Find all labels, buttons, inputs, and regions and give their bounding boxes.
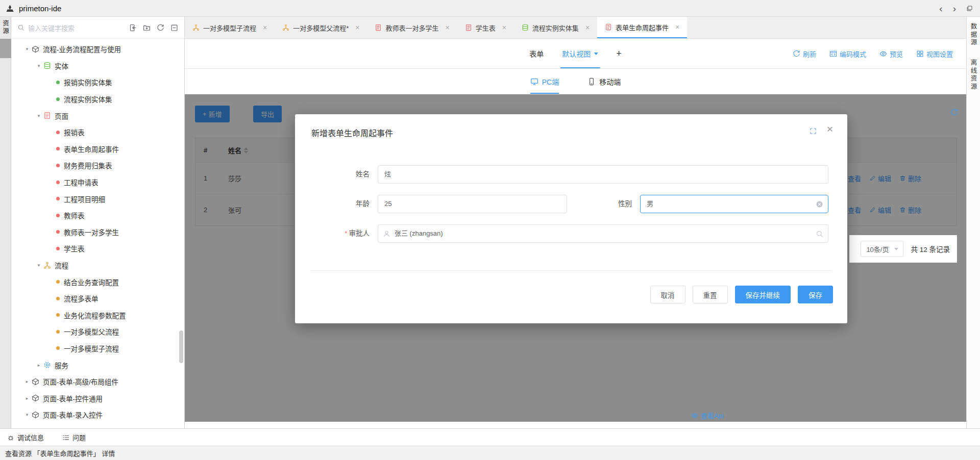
editor-tab-icon (605, 23, 612, 31)
tree-item[interactable]: ▾ 流程 (11, 257, 184, 274)
tree-item[interactable]: 报销表 (11, 124, 184, 141)
editor-tab-icon (465, 24, 472, 31)
name-field[interactable]: 炫 (378, 165, 828, 184)
tree-item[interactable]: 教师表一对多学生 (11, 224, 184, 241)
tree-item[interactable]: 财务费用归集表 (11, 157, 184, 174)
editor-tab[interactable]: 一对多模型子流程 × (185, 17, 275, 38)
tree-item[interactable]: 流程多表单 (11, 290, 184, 307)
tree-expand-arrow-icon[interactable]: ▸ (23, 396, 31, 401)
form-preview-canvas: + 新增 导出 # 姓名 (185, 94, 966, 428)
tree-item[interactable]: 一对多模型父流程 (11, 323, 184, 340)
tree-toolbar-icon[interactable] (157, 24, 164, 32)
tree-item-dot-icon (56, 181, 60, 184)
header-action-label: 刷新 (803, 49, 816, 59)
device-tabs: PC端 移动端 (185, 69, 966, 94)
tree-item[interactable]: ▸ 页面-表单-控件通用 (11, 390, 184, 406)
header-action-icon (793, 50, 800, 58)
tab-close-icon[interactable]: × (502, 23, 506, 32)
tree-item[interactable]: 报销实例实体集 (11, 74, 184, 91)
tree-item[interactable]: ▾ 页面 (11, 107, 184, 124)
tree-expand-arrow-icon[interactable]: ▾ (35, 113, 42, 118)
tree-expand-arrow-icon[interactable]: ▸ (35, 363, 42, 368)
search-icon[interactable] (816, 230, 823, 238)
tree-item[interactable]: 流程实例实体集 (11, 91, 184, 108)
tree-item[interactable]: ▸ 页面-表单-高级/布局组件 (11, 373, 184, 390)
tree-toolbar-icon[interactable] (143, 24, 151, 32)
chevron-down-icon[interactable] (594, 53, 598, 55)
editor-tab[interactable]: 流程实例实体集 × (514, 17, 597, 38)
editor-tab[interactable]: 表单生命周起事件 × (597, 17, 687, 38)
window-restore-icon[interactable] (966, 5, 973, 12)
tab-close-icon[interactable]: × (263, 23, 267, 32)
chevron-down-icon (894, 248, 898, 250)
view-api-link[interactable]: 查看Api (691, 411, 724, 420)
tree-expand-arrow-icon[interactable]: ▾ (23, 412, 31, 417)
tree-expand-arrow-icon[interactable]: ▾ (23, 46, 31, 52)
fullscreen-icon[interactable] (810, 127, 817, 135)
save-button[interactable]: 保存 (798, 286, 833, 303)
tree-item[interactable]: ▾ 流程-业务流程配置与使用 (11, 41, 184, 58)
header-action-link[interactable]: 视图设置 (916, 49, 953, 59)
gender-select[interactable]: 男 (640, 195, 828, 213)
tree-item[interactable]: 工程项目明细 (11, 190, 184, 207)
tree-item[interactable]: 教师表 (11, 207, 184, 224)
close-icon[interactable]: × (827, 123, 833, 134)
tree-item[interactable]: 学生表 (11, 240, 184, 257)
tree-scrollbar-thumb[interactable] (179, 330, 183, 363)
right-strip-tab[interactable]: 离线资源 (969, 53, 978, 97)
tree-item[interactable]: 工程申请表 (11, 174, 184, 191)
editor-tab[interactable]: 学生表 × (457, 17, 514, 38)
tree-expand-arrow-icon[interactable]: ▾ (35, 263, 42, 268)
nav-back-icon[interactable]: ‹ (939, 4, 942, 13)
sync-refresh-icon[interactable] (950, 109, 958, 116)
tree-item[interactable]: ▾ 页面-表单-录入控件 (11, 406, 184, 423)
tree-toolbar-icon[interactable] (129, 24, 137, 32)
cancel-button[interactable]: 取消 (650, 286, 685, 303)
tree-item-label: 业务化流程参数配置 (64, 310, 126, 320)
issues-tab[interactable]: 问题 (62, 432, 86, 442)
tree-item-label: 服务 (55, 360, 68, 370)
resources-strip-tab[interactable]: 资源 (1, 17, 10, 39)
tab-close-icon[interactable]: × (355, 23, 359, 32)
save-and-continue-button[interactable]: 保存并继续 (735, 286, 791, 303)
clear-icon[interactable] (816, 200, 823, 208)
tree-item[interactable]: ▸ 服务 (11, 356, 184, 373)
editor-tab[interactable]: 教师表一对多学生 × (367, 17, 457, 38)
debug-info-tab[interactable]: 调试信息 (7, 432, 44, 442)
header-action-link[interactable]: 编码模式 (829, 49, 866, 59)
tree-item[interactable]: 结合业务查询配置 (11, 273, 184, 290)
tab-form[interactable]: 表单 (529, 48, 544, 59)
tree-item[interactable]: ▾ 实体 (11, 58, 184, 74)
tree-item[interactable]: 一对多模型子流程 (11, 340, 184, 357)
age-field[interactable]: 25 (378, 195, 567, 213)
page-size-select[interactable]: 10条/页 (861, 241, 903, 257)
tab-close-icon[interactable]: × (585, 23, 590, 32)
tab-close-icon[interactable]: × (445, 23, 449, 32)
device-tab[interactable]: PC端 (530, 69, 559, 94)
tree-item-icon (43, 112, 51, 119)
tree-item-label: 表单生命周起事件 (64, 144, 119, 154)
add-view-button[interactable]: + (616, 48, 622, 59)
tree-item-dot-icon (56, 97, 60, 101)
search-input[interactable]: 输入关键字搜索 (28, 23, 129, 33)
tab-default-view[interactable]: 默认视图 (562, 39, 598, 68)
right-strip-tab[interactable]: 数据源 (969, 17, 978, 53)
tree-item-label: 页面-表单-高级/布局组件 (43, 376, 118, 387)
tree-expand-arrow-icon[interactable]: ▾ (35, 63, 42, 68)
device-tab[interactable]: 移动端 (587, 69, 621, 94)
field-row-name: 姓名 炫 (295, 165, 847, 184)
header-action-link[interactable]: 预览 (879, 49, 903, 59)
tree-expand-arrow-icon[interactable]: ▸ (23, 379, 31, 384)
editor-tab[interactable]: 一对多模型父流程* × (275, 17, 367, 38)
tree-item[interactable]: 业务化流程参数配置 (11, 307, 184, 324)
header-action-link[interactable]: 刷新 (793, 49, 816, 59)
tree-item-dot-icon (56, 280, 60, 284)
tree-toolbar-icon[interactable] (170, 24, 178, 32)
nav-forward-icon[interactable]: › (953, 4, 956, 13)
tree-item-dot-icon (56, 297, 60, 300)
reset-button[interactable]: 重置 (693, 286, 728, 303)
tree-item[interactable]: 表单生命周起事件 (11, 141, 184, 158)
approver-field[interactable]: 张三 (zhangsan) (378, 224, 828, 243)
tab-close-icon[interactable]: × (675, 23, 679, 31)
status-text: 查看资源 「表单生命周起事件」 详情 (5, 448, 115, 458)
